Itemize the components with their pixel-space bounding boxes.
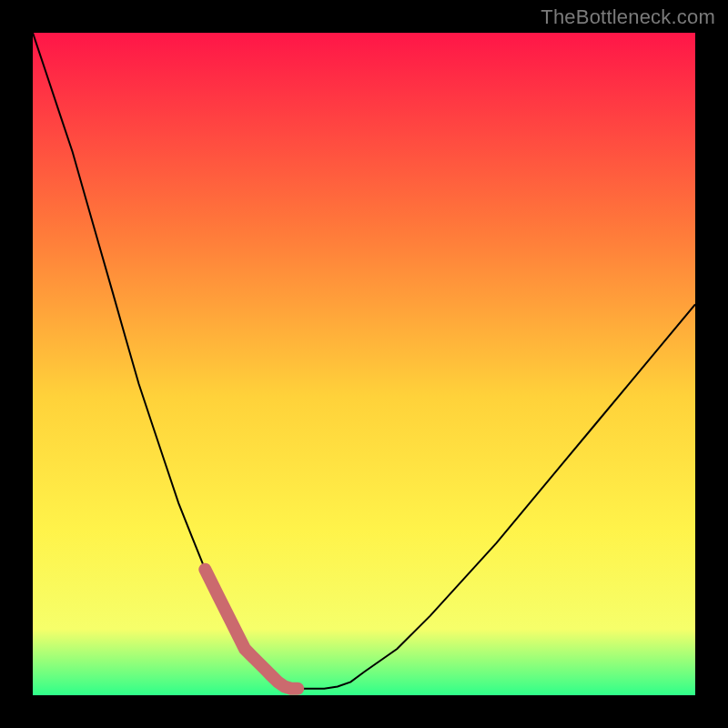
frame: TheBottleneck.com: [0, 0, 728, 728]
watermark-text: TheBottleneck.com: [541, 5, 715, 29]
gradient-background: [33, 33, 695, 695]
bottleneck-chart: [0, 0, 728, 728]
